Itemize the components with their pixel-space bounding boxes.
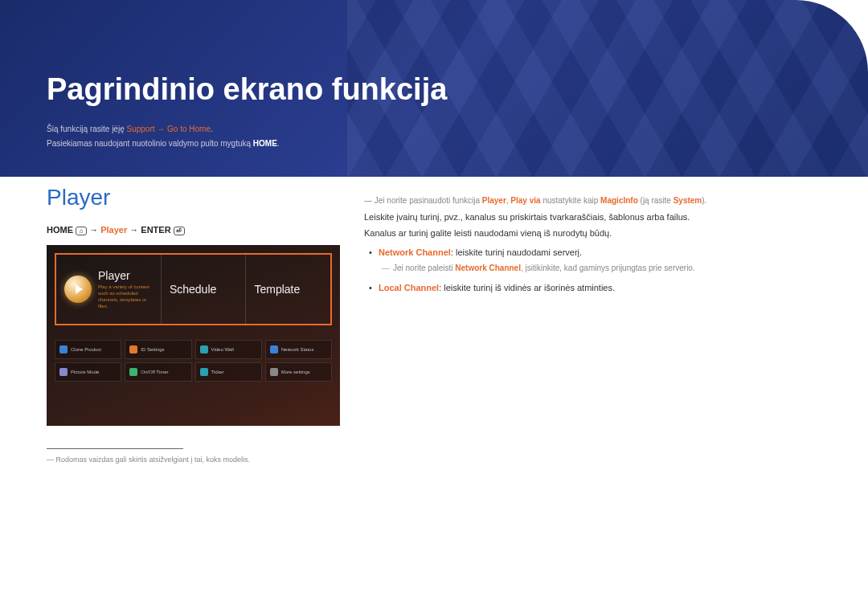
t: MagicInfo [600, 196, 638, 205]
intro-block: Šią funkciją rasite įėję Support → Go to… [47, 122, 280, 151]
paragraph: Kanalus ar turinį galite leisti naudodam… [364, 225, 836, 241]
mini-id-settings[interactable]: ID Settings [125, 340, 191, 359]
intro-text: . [211, 125, 213, 133]
home-icon: ⌂ [76, 227, 87, 235]
list-item: Network Channel: leiskite turinį naudoda… [364, 244, 836, 260]
play-icon [64, 276, 92, 303]
li-text: : leiskite turinį iš vidinės ar išorinės… [439, 283, 615, 292]
mini-label: Clone Product [71, 347, 101, 352]
intro-highlight: Support → Go to Home [127, 125, 211, 133]
t: Network Channel [455, 264, 521, 272]
bc-player: Player [100, 225, 127, 235]
mini-network-status[interactable]: Network Status [265, 340, 332, 359]
bc-home: HOME [47, 225, 73, 235]
tile-player-label: Player [98, 269, 153, 282]
t: (ją rasite [638, 196, 674, 205]
tile-schedule[interactable]: Schedule [162, 255, 247, 324]
footnote-text: Rodomas vaizdas gali skirtis atsižvelgia… [56, 456, 251, 464]
mini-more-settings[interactable]: More settings [265, 362, 332, 382]
intro-text: Šią funkciją rasite įėję [47, 125, 127, 133]
mini-label: On/Off Timer [141, 370, 168, 374]
mini-onoff-timer[interactable]: On/Off Timer [125, 362, 191, 382]
mini-clone-product[interactable]: Clone Product [55, 340, 121, 359]
mini-picture-mode[interactable]: Picture Mode [55, 362, 121, 382]
mini-icon [129, 368, 137, 376]
mini-icon [59, 345, 68, 353]
screenshot-mock: Player Play a variety of content such as… [47, 245, 340, 426]
tile-schedule-label: Schedule [170, 283, 238, 296]
li-text: : leiskite turinį naudodami serverį. [451, 247, 582, 257]
t: Jei norite pasinaudoti funkcija [375, 196, 482, 205]
tile-player-sub: Play a variety of content such as schedu… [98, 284, 153, 309]
tile-template[interactable]: Template [246, 255, 330, 324]
bc-arrow: → [89, 225, 100, 235]
mini-icon [59, 368, 68, 376]
mini-icon [129, 345, 137, 353]
mini-label: Picture Mode [71, 370, 99, 374]
footnote-rule [47, 448, 183, 449]
mini-label: Video Wall [211, 347, 234, 352]
t: , įsitikinkite, kad gaminys prijungtas p… [521, 264, 695, 272]
intro-bold: HOME [253, 139, 277, 148]
section-title: Player [47, 185, 340, 210]
mini-ticker[interactable]: Ticker [195, 362, 262, 382]
note-line: ― Jei norite pasinaudoti funkcija Player… [364, 193, 836, 209]
page-title: Pagrindinio ekrano funkcija [47, 72, 447, 107]
paragraph: Leiskite įvairų turinį, pvz., kanalus su… [364, 209, 836, 225]
tile-template-label: Template [254, 283, 322, 296]
subnote: Jei norite paleisti Network Channel, įsi… [364, 260, 836, 276]
list-item: Local Channel: leiskite turinį iš vidinė… [364, 280, 836, 296]
mini-label: Network Status [281, 347, 314, 352]
mini-label: Ticker [211, 370, 224, 374]
li-highlight: Local Channel [379, 283, 439, 292]
bc-enter: ENTER [141, 225, 170, 235]
mini-icon [270, 368, 278, 376]
t: System [674, 196, 702, 205]
mini-icon [200, 345, 208, 353]
li-highlight: Network Channel [379, 247, 451, 257]
mini-label: More settings [281, 370, 310, 374]
t: Play via [510, 196, 540, 205]
tile-player[interactable]: Player Play a variety of content such as… [56, 255, 162, 324]
intro-text: . [277, 139, 280, 148]
mini-icon [200, 368, 208, 376]
t: ). [702, 196, 706, 205]
breadcrumb: HOME ⌂ → Player → ENTER ⏎ [47, 225, 340, 235]
mini-icon [270, 345, 278, 353]
t: nustatykite kaip [541, 196, 600, 205]
mini-label: ID Settings [141, 347, 164, 352]
t: Jei norite paleisti [393, 264, 455, 272]
intro-text: Pasiekiamas naudojant nuotolinio valdymo… [47, 139, 253, 148]
bc-arrow: → [127, 225, 141, 235]
mini-video-wall[interactable]: Video Wall [195, 340, 262, 359]
t: Player [482, 196, 506, 205]
enter-icon: ⏎ [174, 227, 185, 235]
footnote: ― Rodomas vaizdas gali skirtis atsižvelg… [47, 456, 340, 464]
